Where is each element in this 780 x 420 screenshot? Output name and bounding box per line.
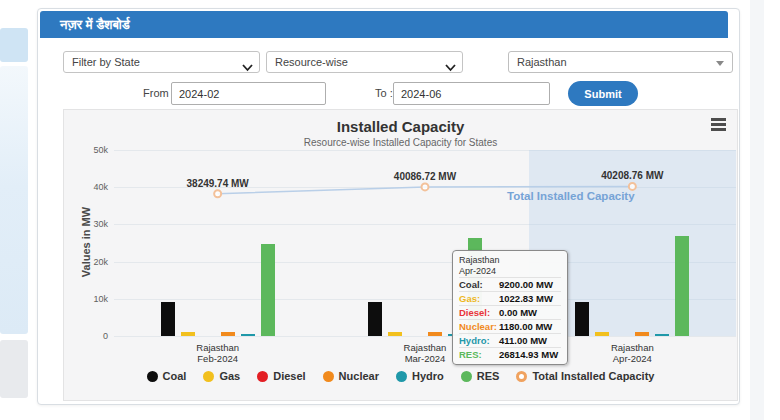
tooltip-series-label: Coal: xyxy=(459,279,499,290)
to-date-input[interactable] xyxy=(393,82,550,105)
tooltip-state: Rajasthan xyxy=(459,255,561,266)
page: नज़र में डैशबोर्ड Filter by State Resour… xyxy=(0,0,780,420)
legend-label: Coal xyxy=(163,370,187,382)
dashboard-card: नज़र में डैशबोर्ड Filter by State Resour… xyxy=(37,8,740,405)
tooltip-series-label: RES: xyxy=(459,349,499,360)
y-tick-label: 20k xyxy=(78,257,108,267)
region-value: Rajasthan xyxy=(517,56,567,68)
legend-label: Total Installed Capacity xyxy=(532,370,654,382)
legend-dot-icon xyxy=(203,371,214,382)
background-fragment-right xyxy=(750,0,764,420)
legend-label: Gas xyxy=(219,370,240,382)
tooltip-row: Hydro:411.00 MW xyxy=(459,333,561,347)
tooltip-series-value: 1180.00 MW xyxy=(499,321,552,332)
line-marker[interactable] xyxy=(422,183,429,190)
legend-label: RES xyxy=(477,370,500,382)
legend-ring-icon xyxy=(516,371,527,382)
legend-item-nuclear[interactable]: Nuclear xyxy=(323,370,379,382)
y-tick-label: 0 xyxy=(78,331,108,341)
tooltip-series-label: Diesel: xyxy=(459,307,499,318)
plot-area: 38249.74 MW40086.72 MW40208.76 MWTotal I… xyxy=(114,150,736,336)
tooltip-row: Nuclear:1180.00 MW xyxy=(459,319,561,333)
gridline xyxy=(114,336,736,337)
chart-subtitle: Resource-wise Installed Capacity for Sta… xyxy=(64,137,737,148)
x-axis-label: RajasthanFeb-2024 xyxy=(148,342,288,364)
legend-item-gas[interactable]: Gas xyxy=(203,370,240,382)
x-axis-label: RajasthanApr-2024 xyxy=(562,342,702,364)
triangle-down-icon xyxy=(716,61,724,66)
chart-legend: CoalGasDieselNuclearHydroRESTotal Instal… xyxy=(64,370,737,382)
line-marker[interactable] xyxy=(214,190,221,197)
installed-capacity-chart: Installed Capacity Resource-wise Install… xyxy=(63,109,738,401)
total-data-label: 40208.76 MW xyxy=(601,170,663,181)
y-tick-label: 50k xyxy=(78,145,108,155)
tooltip-row: Diesel:0.00 MW xyxy=(459,305,561,319)
tooltip-series-value: 411.00 MW xyxy=(499,335,547,346)
legend-label: Nuclear xyxy=(339,370,379,382)
tooltip-row: RES:26814.93 MW xyxy=(459,347,561,361)
tooltip-period: Apr-2024 xyxy=(459,266,561,277)
to-label: To : xyxy=(375,87,393,99)
legend-label: Diesel xyxy=(273,370,305,382)
legend-item-total-installed-capacity[interactable]: Total Installed Capacity xyxy=(516,370,654,382)
resource-wise-select[interactable]: Resource-wise xyxy=(266,51,463,73)
tooltip-row: Gas:1022.83 MW xyxy=(459,291,561,305)
background-fragment-left xyxy=(0,66,28,334)
tooltip-series-label: Gas: xyxy=(459,293,499,304)
tooltip-series-value: 9200.00 MW xyxy=(499,279,553,290)
background-fragment-left-bottom xyxy=(0,340,28,398)
page-title: नज़र में डैशबोर्ड xyxy=(60,17,130,32)
series-label-total-installed-capacity: Total Installed Capacity xyxy=(507,190,635,202)
chart-menu-icon[interactable] xyxy=(710,118,727,131)
legend-dot-icon xyxy=(147,371,158,382)
legend-dot-icon xyxy=(257,371,268,382)
region-select[interactable]: Rajasthan xyxy=(508,51,733,73)
legend-item-coal[interactable]: Coal xyxy=(147,370,187,382)
chart-title: Installed Capacity xyxy=(64,118,737,135)
from-date-input[interactable] xyxy=(171,82,326,105)
tooltip-row: Coal:9200.00 MW xyxy=(459,277,561,291)
y-tick-label: 40k xyxy=(78,182,108,192)
chevron-down-icon xyxy=(445,58,456,78)
tooltip-series-label: Hydro: xyxy=(459,335,499,346)
tooltip-series-value: 1022.83 MW xyxy=(499,293,553,304)
dashboard-header: नज़र में डैशबोर्ड xyxy=(40,11,728,38)
y-tick-label: 30k xyxy=(78,219,108,229)
tooltip-series-label: Nuclear: xyxy=(459,321,499,332)
legend-label: Hydro xyxy=(412,370,444,382)
legend-item-res[interactable]: RES xyxy=(461,370,500,382)
y-axis-title: Values in MW xyxy=(80,192,92,292)
tooltip-series-value: 0.00 MW xyxy=(499,307,537,318)
total-data-label: 40086.72 MW xyxy=(394,171,456,182)
legend-dot-icon xyxy=(461,371,472,382)
legend-dot-icon xyxy=(396,371,407,382)
submit-button[interactable]: Submit xyxy=(568,81,638,106)
background-fragment-left-top xyxy=(0,28,28,62)
legend-item-hydro[interactable]: Hydro xyxy=(396,370,444,382)
resource-wise-value: Resource-wise xyxy=(275,56,348,68)
line-marker[interactable] xyxy=(629,183,636,190)
chart-tooltip: Rajasthan Apr-2024 Coal:9200.00 MWGas:10… xyxy=(452,250,568,365)
legend-dot-icon xyxy=(323,371,334,382)
legend-item-diesel[interactable]: Diesel xyxy=(257,370,305,382)
total-data-label: 38249.74 MW xyxy=(187,178,249,189)
from-label: From : xyxy=(143,87,175,99)
filter-by-state-value: Filter by State xyxy=(72,56,140,68)
tooltip-series-value: 26814.93 MW xyxy=(499,349,558,360)
filter-by-state-select[interactable]: Filter by State xyxy=(63,51,260,73)
chevron-down-icon xyxy=(242,58,253,78)
y-tick-label: 10k xyxy=(78,294,108,304)
